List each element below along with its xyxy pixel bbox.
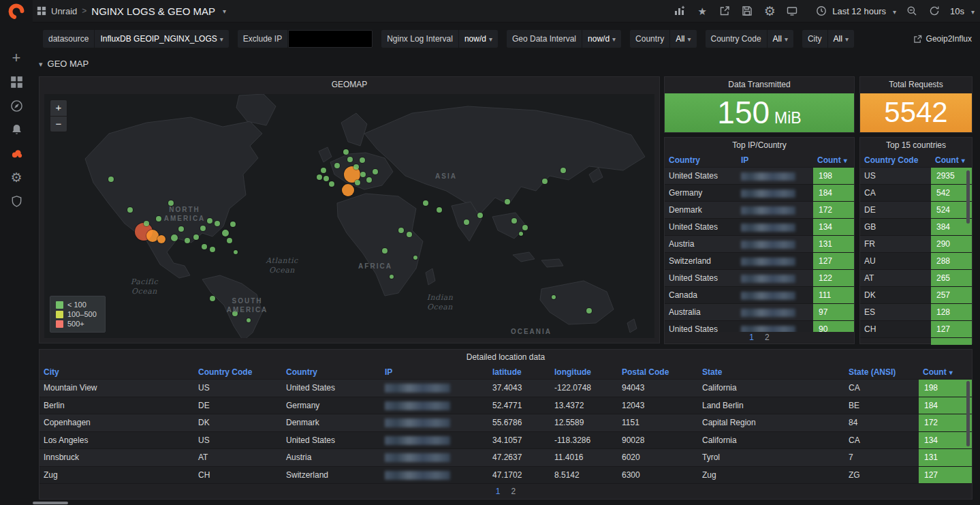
col-country-code[interactable]: Country Code: [860, 154, 931, 167]
map-marker[interactable]: [178, 226, 184, 232]
map-marker[interactable]: [222, 230, 229, 236]
dashboards-icon[interactable]: [9, 74, 24, 89]
map-marker[interactable]: [390, 275, 394, 279]
create-plus-icon[interactable]: +: [9, 50, 24, 65]
table-row[interactable]: United States 134: [665, 219, 854, 236]
table-row[interactable]: Mountain View US United States 37.4043 -…: [39, 380, 972, 397]
col-latitude[interactable]: latitude: [488, 366, 550, 379]
vertical-scrollbar-thumb[interactable]: [966, 381, 970, 446]
zoom-out-time-icon[interactable]: [905, 4, 919, 18]
add-panel-icon[interactable]: [673, 4, 686, 18]
table-row[interactable]: CH 127: [860, 321, 972, 338]
page-2[interactable]: 2: [765, 332, 770, 343]
star-icon[interactable]: ★: [695, 4, 709, 18]
exclude-ip-input[interactable]: [288, 30, 373, 48]
page-1[interactable]: 1: [749, 332, 754, 343]
map-marker[interactable]: [200, 226, 206, 231]
map-marker[interactable]: [334, 163, 340, 168]
col-country[interactable]: Country: [282, 366, 381, 379]
map-marker[interactable]: [230, 221, 236, 227]
table-row[interactable]: Denmark 172: [665, 202, 854, 219]
map-marker[interactable]: [353, 164, 359, 170]
table-row[interactable]: United States 122: [665, 270, 854, 287]
zoom-in-button[interactable]: +: [50, 100, 67, 116]
map-marker[interactable]: [321, 168, 326, 173]
map-marker[interactable]: [168, 200, 174, 206]
map-marker[interactable]: [156, 216, 161, 221]
settings-gear-icon[interactable]: ⚙: [763, 4, 776, 18]
table-row[interactable]: Copenhagen DK Denmark 55.6786 12.5589 11…: [39, 414, 972, 432]
map-marker[interactable]: [157, 235, 165, 243]
table-row[interactable]: US 2935: [860, 168, 972, 185]
horizontal-scrollbar-thumb[interactable]: [33, 502, 68, 504]
table-row[interactable]: Austria 131: [665, 236, 854, 253]
map-marker[interactable]: [210, 247, 215, 252]
panel-title[interactable]: Detailed location data: [39, 350, 972, 366]
geoip2influx-link[interactable]: Geoip2Influx: [913, 34, 972, 44]
table-row[interactable]: Switzerland 127: [665, 253, 854, 270]
panel-title[interactable]: Top 15 countries: [860, 138, 972, 154]
map-marker[interactable]: [366, 177, 372, 183]
map-marker[interactable]: [542, 179, 548, 184]
geo-data-interval-select[interactable]: now/d: [582, 30, 621, 48]
map-marker[interactable]: [413, 256, 417, 260]
col-state[interactable]: State: [698, 366, 844, 379]
map-marker[interactable]: [207, 218, 212, 224]
table-row[interactable]: Innsbruck AT Austria 47.2637 11.4016 602…: [39, 449, 972, 467]
map-marker[interactable]: [552, 295, 556, 299]
save-icon[interactable]: [740, 4, 754, 18]
table-row[interactable]: AU 288: [860, 253, 972, 270]
refresh-icon[interactable]: [928, 4, 941, 18]
map-marker[interactable]: [342, 184, 354, 196]
time-range-picker[interactable]: Last 12 hours: [815, 4, 896, 18]
vertical-scrollbar-thumb[interactable]: [966, 170, 970, 224]
cycle-view-tv-icon[interactable]: [785, 4, 799, 18]
explore-compass-icon[interactable]: [9, 98, 24, 113]
map-marker[interactable]: [171, 234, 178, 241]
refresh-interval-picker[interactable]: 10s: [950, 6, 975, 16]
table-row[interactable]: GB 384: [860, 219, 972, 236]
map-marker[interactable]: [127, 207, 133, 213]
col-postal-code[interactable]: Postal Code: [618, 366, 698, 379]
zoom-out-button[interactable]: −: [50, 116, 67, 132]
map-marker[interactable]: [360, 172, 366, 177]
table-row[interactable]: Los Angeles US United States 34.1057 -11…: [39, 432, 972, 450]
col-count[interactable]: Count: [919, 366, 972, 379]
table-row[interactable]: Germany 184: [665, 185, 854, 202]
table-row[interactable]: AT 265: [860, 270, 972, 287]
map-marker[interactable]: [464, 219, 469, 225]
table-row[interactable]: DE 524: [860, 202, 972, 219]
map-marker[interactable]: [108, 177, 114, 182]
map-marker[interactable]: [398, 228, 404, 233]
server-admin-shield-icon[interactable]: [9, 194, 24, 209]
map-marker[interactable]: [586, 308, 592, 313]
table-row[interactable]: ES 128: [860, 304, 972, 321]
panel-title[interactable]: Data Transmitted: [665, 77, 854, 93]
world-map[interactable]: NORTH AMERICASOUTH AMERICAAFRICAASIAOCEA…: [44, 94, 654, 338]
table-row[interactable]: DK 257: [860, 287, 972, 304]
col-city[interactable]: City: [39, 366, 194, 379]
table-row[interactable]: United States 198: [665, 168, 854, 185]
map-marker[interactable]: [215, 221, 220, 226]
map-marker[interactable]: [193, 234, 199, 240]
row-geo-map[interactable]: GEO MAP: [39, 59, 89, 69]
chevron-down-icon[interactable]: [220, 6, 226, 16]
map-marker[interactable]: [437, 207, 442, 213]
map-marker[interactable]: [347, 157, 353, 162]
map-marker[interactable]: [355, 180, 360, 185]
unraid-plugin-icon[interactable]: [9, 146, 24, 161]
panel-title[interactable]: Top IP/Country: [665, 138, 854, 154]
panel-title[interactable]: GEOMAP: [39, 77, 659, 93]
map-marker[interactable]: [234, 250, 238, 254]
page-2[interactable]: 2: [511, 485, 516, 499]
col-ip[interactable]: IP: [737, 154, 813, 167]
country-code-select[interactable]: All: [768, 30, 793, 48]
grafana-logo[interactable]: [0, 0, 33, 23]
map-marker[interactable]: [560, 168, 566, 173]
table-row[interactable]: Canada 111: [665, 287, 854, 304]
map-marker[interactable]: [329, 181, 334, 187]
map-marker[interactable]: [232, 311, 238, 316]
nginx-log-interval-select[interactable]: now/d: [459, 30, 498, 48]
table-row[interactable]: Australia 97: [665, 304, 854, 321]
map-marker[interactable]: [360, 157, 365, 163]
